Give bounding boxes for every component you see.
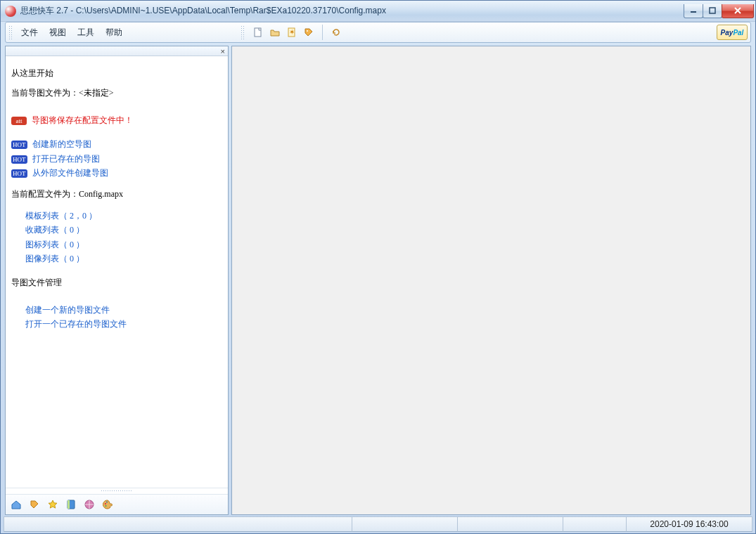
refresh-icon[interactable] <box>330 26 342 39</box>
side-panel-body: 从这里开始 当前导图文件为：<未指定> att 导图将保存在配置文件中！ HOT… <box>6 56 228 488</box>
home-icon[interactable] <box>10 498 23 511</box>
link-favorite-list[interactable]: 收藏列表（ 0 ） <box>11 223 222 237</box>
menu-view[interactable]: 视图 <box>44 24 72 41</box>
menu-help[interactable]: 帮助 <box>100 24 128 41</box>
star-icon[interactable] <box>46 498 59 511</box>
status-cell-1 <box>352 516 457 532</box>
side-panel-toolbar <box>6 495 228 514</box>
hot-badge-icon: HOT <box>11 141 27 149</box>
section-start-here: 从这里开始 <box>11 66 222 80</box>
svg-text:✶: ✶ <box>289 28 295 36</box>
grip-dots-icon <box>101 490 133 493</box>
link-image-list[interactable]: 图像列表（ 0 ） <box>11 252 222 266</box>
current-config-row: 当前配置文件为：Config.mapx <box>11 187 222 201</box>
open-folder-icon[interactable] <box>269 26 281 39</box>
window-controls <box>684 4 754 18</box>
window-title: 思想快车 2.7 - C:\Users\ADMINI~1.USE\AppData… <box>20 5 684 17</box>
app-icon <box>5 6 16 17</box>
status-cell-3 <box>563 516 626 532</box>
titlebar[interactable]: 思想快车 2.7 - C:\Users\ADMINI~1.USE\AppData… <box>1 1 755 22</box>
toolbar-icons: ✶ <box>241 25 342 40</box>
side-panel-grip[interactable] <box>6 488 228 495</box>
paypal-badge[interactable]: PayPal <box>717 25 748 40</box>
status-bar: 2020-01-09 16:43:00 <box>4 516 752 532</box>
svg-rect-4 <box>255 28 261 37</box>
tag-icon[interactable] <box>28 498 41 511</box>
svg-point-7 <box>307 30 308 32</box>
side-panel-close-button[interactable]: × <box>218 47 228 56</box>
svg-point-11 <box>105 503 106 504</box>
link-create-new-map-file[interactable]: 创建一个新的导图文件 <box>11 303 222 317</box>
current-config-label: 当前配置文件为： <box>11 189 79 199</box>
svg-point-13 <box>105 505 107 507</box>
tag-icon[interactable] <box>302 26 315 39</box>
book-icon[interactable] <box>65 498 77 511</box>
current-map-row: 当前导图文件为：<未指定> <box>11 86 222 100</box>
new-note-icon[interactable]: ✶ <box>286 26 298 39</box>
paypal-text-a: Pay <box>721 29 733 37</box>
app-window: 思想快车 2.7 - C:\Users\ADMINI~1.USE\AppData… <box>0 0 756 534</box>
side-panel-close-bar: × <box>6 46 228 56</box>
client-area: × 从这里开始 当前导图文件为：<未指定> att 导图将保存在配置文件中！ H… <box>5 46 751 515</box>
link-open-existing-map[interactable]: 打开已存在的导图 <box>32 154 100 164</box>
link-open-existing-row: HOT 打开已存在的导图 <box>11 152 222 166</box>
svg-rect-9 <box>68 500 70 509</box>
att-badge-icon: att <box>11 117 27 125</box>
link-from-external-row: HOT 从外部文件创建导图 <box>11 166 222 180</box>
warning-row: att 导图将保存在配置文件中！ <box>11 113 222 127</box>
toolbar-grip-icon[interactable] <box>8 25 13 39</box>
minimize-button[interactable] <box>684 4 703 18</box>
toolbar: 文件 视图 工具 帮助 ✶ PayPal <box>5 22 751 43</box>
link-create-empty-map[interactable]: 创建新的空导图 <box>32 139 91 149</box>
link-open-existing-map-file[interactable]: 打开一个已存在的导图文件 <box>11 317 222 331</box>
main-canvas[interactable] <box>231 46 751 515</box>
status-cell-2 <box>457 516 563 532</box>
menu-file[interactable]: 文件 <box>15 24 44 41</box>
status-cell-main <box>4 516 352 532</box>
hot-badge-icon: HOT <box>11 169 27 178</box>
menubar: 文件 视图 工具 帮助 <box>15 24 128 41</box>
link-template-list[interactable]: 模板列表（ 2，0 ） <box>11 209 222 223</box>
link-create-empty-row: HOT 创建新的空导图 <box>11 137 222 151</box>
close-button[interactable] <box>722 4 754 18</box>
link-from-external-file[interactable]: 从外部文件创建导图 <box>32 168 108 178</box>
current-config-value: Config.mapx <box>79 189 123 199</box>
svg-rect-1 <box>710 8 715 13</box>
link-icon-list[interactable]: 图标列表（ 0 ） <box>11 237 222 252</box>
current-map-value: <未指定> <box>79 88 114 98</box>
maximize-button[interactable] <box>703 4 722 18</box>
new-file-icon[interactable] <box>252 26 264 39</box>
palette-icon[interactable] <box>101 498 114 511</box>
svg-point-12 <box>106 502 108 503</box>
section-file-mgmt: 导图文件管理 <box>11 275 222 289</box>
warning-text: 导图将保存在配置文件中！ <box>32 115 133 125</box>
toolbar-grip-icon[interactable] <box>241 25 245 39</box>
toolbar-separator <box>322 25 323 40</box>
current-map-label: 当前导图文件为： <box>11 88 79 98</box>
hot-badge-icon: HOT <box>11 155 27 164</box>
status-timestamp: 2020-01-09 16:43:00 <box>626 516 752 532</box>
side-panel: × 从这里开始 当前导图文件为：<未指定> att 导图将保存在配置文件中！ H… <box>5 46 229 515</box>
paypal-text-b: Pal <box>733 29 743 37</box>
globe-icon[interactable] <box>83 498 96 511</box>
menu-tool[interactable]: 工具 <box>72 24 100 41</box>
